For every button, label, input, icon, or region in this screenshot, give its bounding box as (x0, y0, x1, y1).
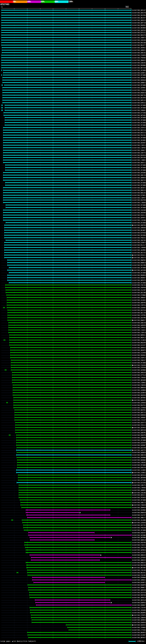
hit-label[interactable]: UniRef100_B6TIS0 (132, 67, 146, 69)
hit-label[interactable]: UniRef100_A8NU87 (132, 297, 146, 299)
hit-bar[interactable] (13, 397, 131, 398)
hit-bar[interactable] (3, 199, 131, 201)
hit-label[interactable]: UniRef100_C9SB82 (132, 627, 146, 629)
hit-bar[interactable] (10, 349, 131, 351)
hit-bar[interactable] (1, 37, 131, 38)
hit-bar[interactable] (1, 17, 131, 18)
hit-label[interactable]: UniRef100_Q94JT0 (132, 12, 146, 14)
hit-bar[interactable] (22, 519, 131, 521)
hit-bar[interactable] (16, 454, 131, 456)
hit-bar[interactable] (20, 502, 131, 503)
hit-label[interactable]: UniRef100_B7FIZ1 (132, 32, 146, 34)
hit-bar[interactable] (2, 82, 131, 84)
hit-label[interactable]: UniRef100_C5LY07 (132, 289, 146, 291)
hit-bar[interactable] (4, 84, 131, 86)
hit-bar[interactable] (3, 137, 131, 138)
hit-bar[interactable] (32, 579, 131, 581)
hit-label[interactable]: UniRef100_Q6NW36 (132, 177, 146, 179)
hit-fragment-bar[interactable] (1, 70, 2, 71)
hit-label[interactable]: UniRef100_A1DFC2 (132, 357, 146, 359)
hit-bar[interactable] (19, 484, 131, 486)
hit-bar[interactable] (15, 432, 131, 433)
hit-bar[interactable] (9, 267, 131, 268)
hit-bar[interactable] (14, 409, 131, 411)
hit-label[interactable]: UniRef100_C5DPL0 (132, 332, 146, 334)
hit-bar[interactable] (1, 14, 131, 16)
hit-label[interactable]: UniRef100_B9Q115 (132, 190, 146, 192)
hit-label[interactable]: UniRef100_A8Q275 (132, 257, 146, 259)
hit-bar[interactable] (7, 309, 131, 311)
hit-label[interactable]: UniRef100_C1G631 (132, 329, 146, 331)
hit-bar[interactable] (32, 622, 131, 623)
hit-label[interactable]: UniRef100_C1E366 (132, 219, 146, 221)
hit-label[interactable]: UniRef100_C5M7C6 (132, 304, 146, 306)
hit-label[interactable]: UniRef100_C5FW58 (132, 407, 146, 409)
hit-bar[interactable] (3, 219, 131, 221)
hit-label[interactable]: UniRef100_UP1000... (132, 184, 146, 186)
hit-bar[interactable] (5, 287, 131, 288)
hit-bar[interactable] (5, 119, 131, 121)
hit-bar[interactable] (9, 342, 131, 343)
hit-label[interactable]: UniRef100_Q4YVR8 (132, 269, 146, 272)
hit-label[interactable]: UniRef100_A3LNG1 (132, 299, 146, 301)
hit-bar[interactable] (26, 564, 131, 566)
hit-bar[interactable] (3, 70, 131, 71)
hit-fragment-bar[interactable] (1, 110, 3, 111)
hit-bar[interactable] (7, 314, 131, 316)
hit-bar[interactable] (14, 417, 131, 418)
hit-bar[interactable] (28, 534, 131, 536)
hit-bar[interactable] (24, 529, 131, 531)
hit-label[interactable]: UniRef100_Q5E9D7 (132, 142, 146, 144)
hit-bar[interactable] (1, 39, 131, 41)
hit-bar[interactable] (24, 544, 131, 546)
hit-bar[interactable] (5, 182, 131, 184)
hit-label[interactable]: UniRef100_B5XF99 (132, 199, 146, 201)
hit-label[interactable]: UniRef100_A4RUK0 (132, 227, 146, 229)
hit-label[interactable]: UniRef100_C1BF02 (132, 147, 146, 149)
hit-bar[interactable] (32, 576, 105, 578)
hit-bar[interactable] (9, 334, 131, 336)
hit-bar[interactable] (19, 494, 131, 496)
hit-label[interactable]: UniRef100_C1BNE5 (132, 159, 146, 161)
hit-label[interactable]: UniRef100_C4JN83 (132, 469, 146, 471)
hit-bar[interactable] (12, 372, 131, 373)
hit-label[interactable]: UniRef100_Q1RGK8 (132, 522, 146, 524)
hit-bar[interactable] (3, 190, 131, 191)
hit-label[interactable]: UniRef100_A9BL72 (132, 502, 146, 504)
hit-label[interactable]: UniRef100_A0T4Q5 (132, 114, 146, 116)
hit-label[interactable]: UniRef100_C1BQ68 (132, 202, 146, 204)
hit-label[interactable]: UniRef100_B3KJF4 (132, 467, 146, 469)
hit-label[interactable]: UniRef100_C4VBE2 (132, 472, 146, 474)
hit-bar[interactable] (9, 337, 131, 338)
hit-bar[interactable] (4, 242, 131, 243)
hit-bar[interactable] (13, 384, 131, 386)
hit-fragment-bar[interactable] (1, 107, 3, 108)
hit-bar[interactable] (1, 22, 131, 24)
hit-bar[interactable] (29, 592, 131, 593)
hit-label[interactable]: UniRef100_B9S579 (132, 34, 146, 36)
hit-label[interactable]: UniRef100_B9QB58 (132, 274, 146, 276)
hit-label[interactable]: UniRef100_UP1000... (132, 164, 146, 166)
hit-bar[interactable] (3, 132, 131, 134)
hit-bar[interactable] (13, 404, 131, 406)
hit-label[interactable]: UniRef100_C5GUS0 (132, 364, 146, 366)
hit-label[interactable]: UniRef100_A7TIL8 (132, 374, 146, 376)
hit-bar[interactable] (3, 172, 131, 174)
hit-label[interactable]: UniRef100_UP1000... (132, 222, 146, 224)
hit-label[interactable]: UniRef100_UP1000... (132, 169, 146, 171)
hit-label[interactable]: UniRef100_A4HAW7 (132, 444, 146, 446)
hit-label[interactable]: UniRef100_A6RBS4 (132, 619, 146, 621)
hit-label[interactable]: UniRef100_A8BLF7 (132, 517, 146, 519)
hit-bar[interactable] (7, 304, 131, 306)
hit-label[interactable]: UniRef100_UP1000... (132, 272, 146, 274)
hit-bar[interactable] (2, 47, 131, 48)
hit-label[interactable]: UniRef100_A8KC30 (132, 174, 146, 176)
hit-label[interactable]: UniRef100_C4JHX0 (132, 352, 146, 354)
hit-label[interactable]: UniRef100_A6QZU4 (132, 394, 146, 396)
hit-label[interactable]: UniRef100_B9IBD9 (132, 27, 146, 29)
hit-bar[interactable] (17, 467, 131, 468)
hit-label[interactable]: UniRef100_A7TZ84 (132, 112, 146, 114)
hit-bar[interactable] (7, 280, 131, 281)
hit-label[interactable]: UniRef100_B3L3L7 (132, 244, 146, 246)
hit-bar[interactable] (16, 442, 131, 444)
